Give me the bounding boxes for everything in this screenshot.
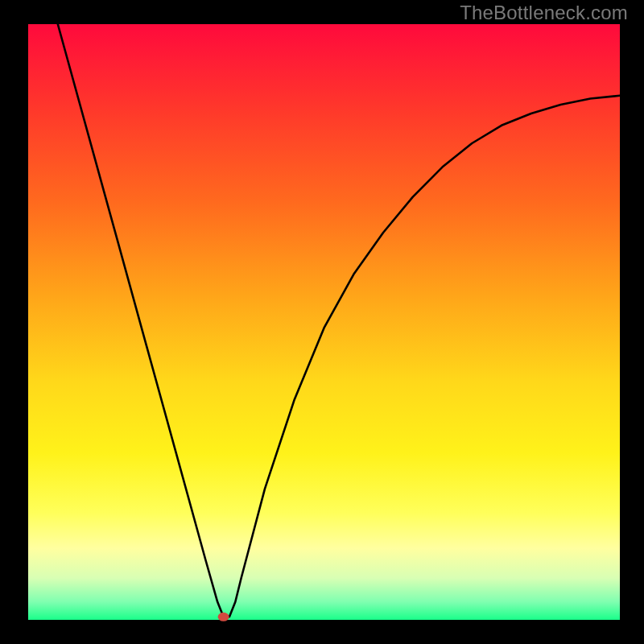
minimum-marker — [218, 613, 229, 621]
bottleneck-chart — [0, 0, 644, 644]
chart-frame: { "watermark": "TheBottleneck.com", "col… — [0, 0, 644, 644]
watermark-text: TheBottleneck.com — [460, 2, 628, 24]
